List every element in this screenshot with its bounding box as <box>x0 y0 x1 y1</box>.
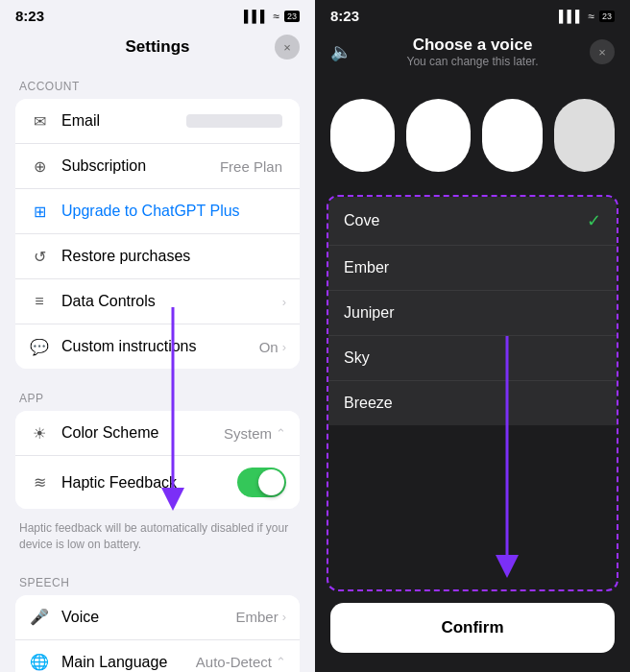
app-section-label: APP <box>15 376 300 411</box>
status-bar-left: 8:23 ▌▌▌ ≈ 23 <box>0 0 315 28</box>
wifi-icon-right: ≈ <box>588 10 594 23</box>
settings-header: Settings × <box>0 28 315 64</box>
voice-title-group: Choose a voice You can change this later… <box>407 36 539 68</box>
voice-item-sky-label: Sky <box>344 349 601 367</box>
data-controls-chevron: › <box>282 295 286 309</box>
voice-blob-4[interactable] <box>554 99 615 172</box>
settings-panel: 8:23 ▌▌▌ ≈ 23 Settings × ACCOUNT ✉ Email… <box>0 0 315 672</box>
voice-item-juniper-label: Juniper <box>344 304 601 322</box>
haptic-toggle[interactable] <box>237 468 286 497</box>
voice-item-cove-label: Cove <box>344 212 587 229</box>
voice-chevron: › <box>282 610 286 624</box>
speaker-icon: 🔈 <box>330 41 351 62</box>
voice-row[interactable]: 🎤 Voice Ember › <box>15 595 300 640</box>
main-language-row[interactable]: 🌐 Main Language Auto-Detect ⌃ <box>15 640 300 672</box>
toggle-knob <box>258 469 284 495</box>
voice-list: Cove ✓ Ember Juniper Sky Breeze <box>327 195 618 591</box>
custom-instructions-chevron: › <box>282 340 286 354</box>
speech-section-label: SPEECH <box>15 561 300 595</box>
restore-label: Restore purchases <box>61 248 286 265</box>
voice-close-button[interactable]: × <box>590 39 615 64</box>
custom-instructions-row[interactable]: 💬 Custom instructions On › <box>15 324 300 369</box>
custom-instructions-value: On <box>259 339 279 355</box>
status-icons-right: ▌▌▌ ≈ 23 <box>559 10 615 23</box>
color-scheme-chevron: ⌃ <box>276 426 286 441</box>
voice-item-ember-label: Ember <box>344 259 601 276</box>
status-icons-left: ▌▌▌ ≈ 23 <box>244 10 300 23</box>
choose-voice-panel: 8:23 ▌▌▌ ≈ 23 🔈 Choose a voice You can c… <box>315 0 630 672</box>
voice-subtitle: You can change this later. <box>407 55 539 68</box>
voice-item-breeze[interactable]: Breeze <box>328 381 617 425</box>
voice-value: Ember <box>235 609 278 625</box>
subscription-value: Free Plan <box>220 158 282 175</box>
color-scheme-row[interactable]: ☀ Color Scheme System ⌃ <box>15 411 300 456</box>
haptic-feedback-label: Haptic Feedback <box>61 474 237 492</box>
email-value <box>186 114 282 128</box>
upgrade-row[interactable]: ⊞ Upgrade to ChatGPT Plus <box>15 189 300 234</box>
confirm-button[interactable]: Confirm <box>330 603 615 653</box>
color-scheme-label: Color Scheme <box>61 424 224 442</box>
main-language-icon: 🌐 <box>29 652 50 672</box>
settings-title: Settings <box>125 37 189 57</box>
subscription-row[interactable]: ⊕ Subscription Free Plan <box>15 144 300 189</box>
email-icon: ✉ <box>29 110 50 132</box>
voice-header: 🔈 Choose a voice You can change this lat… <box>315 28 630 76</box>
voice-item-cove[interactable]: Cove ✓ <box>328 197 617 246</box>
time-right: 8:23 <box>330 8 359 24</box>
voice-item-sky[interactable]: Sky <box>328 336 617 381</box>
account-section-label: ACCOUNT <box>15 64 300 99</box>
status-bar-right: 8:23 ▌▌▌ ≈ 23 <box>315 0 630 28</box>
color-scheme-value: System <box>224 425 272 442</box>
account-group: ✉ Email ⊕ Subscription Free Plan ⊞ Upgra… <box>15 99 300 369</box>
voice-blob-3[interactable] <box>482 99 543 172</box>
app-group: ☀ Color Scheme System ⌃ ≋ Haptic Feedbac… <box>15 411 300 509</box>
haptic-note: Haptic feedback will be automatically di… <box>15 516 300 561</box>
subscription-label: Subscription <box>61 157 220 175</box>
close-dark-icon: × <box>598 45 606 60</box>
battery-left: 23 <box>284 11 300 22</box>
signal-icon-left: ▌▌▌ <box>244 10 269 23</box>
voice-item-breeze-label: Breeze <box>344 395 601 412</box>
confirm-area: Confirm <box>315 591 630 672</box>
email-label: Email <box>61 112 186 130</box>
custom-instructions-icon: 💬 <box>29 336 50 357</box>
restore-icon: ↺ <box>29 246 50 267</box>
voice-blob-1[interactable] <box>330 99 395 172</box>
battery-right: 23 <box>599 11 615 22</box>
custom-instructions-label: Custom instructions <box>61 338 259 355</box>
voice-icon: 🎤 <box>29 607 50 628</box>
voice-blobs-container <box>315 76 630 195</box>
time-left: 8:23 <box>15 8 44 24</box>
signal-icon-right: ▌▌▌ <box>559 10 584 23</box>
close-icon: × <box>283 40 291 55</box>
main-language-chevron: ⌃ <box>276 655 286 669</box>
main-language-value: Auto-Detect <box>196 654 272 670</box>
subscription-icon: ⊕ <box>29 156 50 177</box>
voice-title: Choose a voice <box>407 36 539 55</box>
data-controls-row[interactable]: ≡ Data Controls › <box>15 279 300 324</box>
voice-check-cove: ✓ <box>587 210 601 231</box>
voice-blob-2[interactable] <box>406 99 471 172</box>
restore-row[interactable]: ↺ Restore purchases <box>15 234 300 279</box>
voice-label: Voice <box>61 609 235 626</box>
voice-item-juniper[interactable]: Juniper <box>328 291 617 336</box>
speech-group: 🎤 Voice Ember › 🌐 Main Language Auto-Det… <box>15 595 300 672</box>
wifi-icon-left: ≈ <box>273 10 279 23</box>
data-controls-icon: ≡ <box>29 291 50 312</box>
settings-content: ACCOUNT ✉ Email ⊕ Subscription Free Plan… <box>0 64 315 672</box>
color-scheme-icon: ☀ <box>29 422 50 444</box>
email-row[interactable]: ✉ Email <box>15 99 300 144</box>
main-language-label: Main Language <box>61 654 196 671</box>
upgrade-label: Upgrade to ChatGPT Plus <box>61 203 286 220</box>
data-controls-label: Data Controls <box>61 293 282 310</box>
haptic-feedback-row[interactable]: ≋ Haptic Feedback <box>15 456 300 509</box>
voice-item-ember[interactable]: Ember <box>328 246 617 291</box>
haptic-feedback-icon: ≋ <box>29 472 50 493</box>
settings-close-button[interactable]: × <box>275 35 300 60</box>
upgrade-icon: ⊞ <box>29 201 50 222</box>
